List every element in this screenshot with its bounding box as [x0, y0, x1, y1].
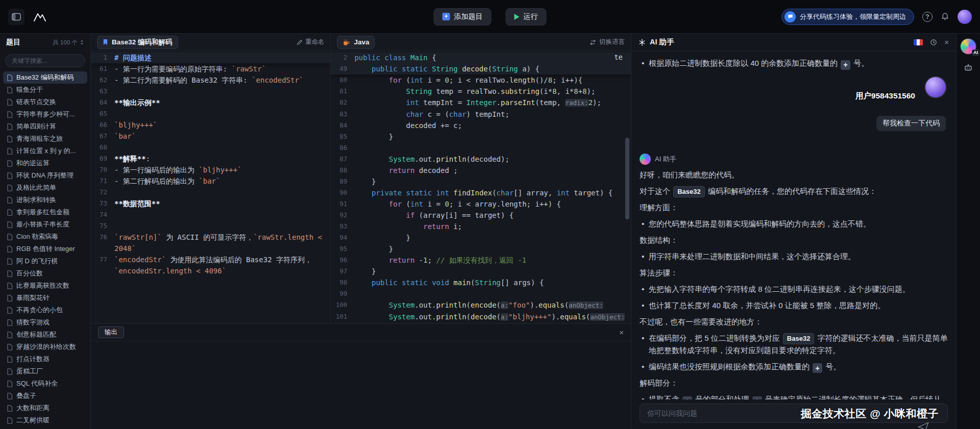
editor-line: 90 private static int findIndex(char[] a… — [331, 187, 631, 198]
send-icon[interactable] — [917, 421, 929, 429]
sidebar-item[interactable]: 不再贪心的小包 — [3, 304, 87, 316]
ai-question-input[interactable] — [640, 403, 948, 423]
sidebar-item[interactable]: 穿越沙漠的补给次数 — [3, 341, 87, 353]
sidebar-item[interactable]: 叠盘子 — [3, 390, 87, 402]
sidebar-item[interactable]: 青海湖租车之旅 — [3, 133, 87, 145]
line-text: char c = (char) tempInt; — [354, 109, 631, 120]
user-avatar[interactable] — [925, 77, 946, 97]
close-icon[interactable]: × — [944, 38, 949, 46]
add-problem-label: 添加题目 — [454, 12, 483, 21]
run-button[interactable]: 运行 — [506, 8, 547, 26]
document-icon — [7, 393, 13, 399]
document-icon — [7, 148, 13, 155]
line-number: 65 — [91, 108, 114, 119]
line-text: String temp = realTwo.substring(i*8, i*8… — [354, 86, 631, 97]
document-icon — [7, 74, 13, 81]
editor-line: 76`rawStr[n]` 为 ASCII 的可显示字符，`rawStr.len… — [91, 232, 330, 254]
sidebar-item[interactable]: 猫鱼分干 — [3, 84, 87, 96]
problem-title-chip[interactable]: Base32 编码和解码 — [97, 36, 178, 49]
sidebar-item[interactable]: 暴雨梨花针 — [3, 292, 87, 304]
editor-line: 100 System.out.println(encode(a:"foo").e… — [331, 299, 631, 311]
notification-bell-icon[interactable] — [941, 12, 949, 21]
ai-message-header: AI 助手 — [640, 154, 948, 165]
sidebar-item[interactable]: Base32 编码和解码 — [3, 71, 87, 84]
sidebar-item[interactable]: 进制求和转换 — [3, 194, 87, 206]
line-text: int tempInt = Integer.parseInt(temp, rad… — [354, 97, 631, 109]
scrollbar-thumb[interactable] — [625, 138, 629, 219]
pencil-icon — [297, 39, 303, 45]
sidebar-item[interactable]: 和的逆运算 — [3, 157, 87, 169]
search-input[interactable] — [5, 54, 85, 67]
line-text — [114, 187, 330, 198]
sidebar-item[interactable]: RGB 色值转 Integer — [3, 243, 87, 255]
sidebar-item[interactable]: 阿 D 的飞行棋 — [3, 255, 87, 267]
sidebar-item[interactable]: 链表节点交换 — [3, 96, 87, 108]
line-number: 84 — [331, 120, 354, 131]
line-number: 92 — [331, 210, 354, 221]
sidebar-item[interactable]: 字符串有多少种可... — [3, 108, 87, 120]
code-lines: 80 for (int i = 0; i < realTwo.length()/… — [331, 74, 631, 323]
sidebar-item[interactable]: 猜数字游戏 — [3, 316, 87, 329]
app-logo[interactable] — [33, 11, 47, 22]
line-text — [114, 220, 330, 232]
problem-count-text: 共 100 个 — [53, 39, 78, 46]
sidebar-item-label: 计算位置 x 到 y 的... — [16, 146, 76, 156]
sidebar-item[interactable]: 比赛最高获胜次数 — [3, 280, 87, 292]
sidebar-item[interactable]: 及格比此简单 — [3, 182, 87, 194]
chat-area[interactable]: 根据原始二进制数据长度除以 40 的余数添加正确数量的 + 号。 帮我检查一下代… — [631, 51, 956, 399]
switch-language-button[interactable]: 切换语言 — [589, 38, 625, 46]
description-editor[interactable]: 1# 问题描述 61- 第一行为需要编码的原始字符串: `rawStr`62- … — [91, 51, 330, 323]
editor-line: 89 } — [331, 176, 631, 187]
assistant-robot-icon[interactable] — [964, 63, 973, 72]
tab-java[interactable]: Java — [337, 36, 375, 49]
ai-paragraph: 好呀，咱们来瞧瞧您的代码。 — [640, 169, 948, 181]
sidebar-item-label: 叠盘子 — [16, 391, 36, 400]
line-text: public static String decode(String a) { — [354, 63, 631, 74]
line-number: 72 — [91, 187, 114, 198]
sidebar-item-label: 大数和距离 — [16, 403, 50, 413]
sidebar-toggle-button[interactable] — [8, 9, 24, 25]
ai-plugin-icon[interactable]: AI — [961, 39, 976, 54]
line-number: 74 — [91, 209, 114, 220]
sidebar-item[interactable]: 简单四则计算 — [3, 120, 87, 133]
sidebar-item-label: 环状 DNA 序列整理 — [16, 171, 74, 180]
center-column: Base32 编码和解码 重命名 1# 问题描述 61- 第一行为需要编码的原始… — [91, 34, 631, 429]
editor-line: 98 public static void main(String[] args… — [331, 277, 631, 288]
line-number: 75 — [91, 220, 114, 232]
java-icon — [342, 39, 350, 46]
translate-flag-icon[interactable] — [914, 39, 923, 45]
code-editor[interactable]: te 2public class Main {49 public static … — [331, 51, 631, 323]
sidebar-item[interactable]: Cion 勒索病毒 — [3, 231, 87, 243]
sidebar-item[interactable]: 蛋糕工厂 — [3, 365, 87, 377]
share-banner[interactable]: 分享代码练习体验，领限量定制周边 — [781, 9, 914, 25]
sidebar-item[interactable]: 百分位数 — [3, 267, 87, 280]
rename-button[interactable]: 重命名 — [297, 38, 325, 46]
sidebar-item[interactable]: 拿到最多红包金额 — [3, 206, 87, 218]
ai-bullet: 也计算了总长度对 40 取余，并尝试补 0 让能被 5 整除，思路是对的。 — [640, 299, 948, 312]
history-icon[interactable] — [930, 39, 937, 46]
code-editor-panel: Java 切换语言 te 2public class Main {49 publ… — [331, 34, 631, 323]
add-problem-button[interactable]: + 添加题目 — [434, 8, 492, 26]
sidebar-item[interactable]: 最小替换子串长度 — [3, 218, 87, 231]
output-tab[interactable]: 输出 — [98, 326, 124, 338]
user-avatar[interactable] — [958, 10, 972, 24]
document-icon — [7, 283, 13, 289]
sidebar-item[interactable]: 打点计数器 — [3, 353, 87, 365]
editor-line: 75 — [91, 220, 330, 232]
sidebar-item[interactable]: 计算位置 x 到 y 的... — [3, 145, 87, 157]
close-icon[interactable]: × — [619, 329, 624, 336]
line-number: 95 — [331, 243, 354, 255]
sidebar-item[interactable]: 二叉树供暖 — [3, 414, 87, 426]
sidebar-item[interactable]: SQL 代码补全 — [3, 377, 87, 390]
output-panel: 输出 × — [91, 323, 631, 429]
help-icon[interactable]: ? — [922, 12, 933, 22]
sort-icon[interactable] — [80, 40, 84, 45]
sidebar-item[interactable]: 大数和距离 — [3, 402, 87, 414]
line-number: 61 — [91, 63, 114, 74]
sidebar-item-label: 创意标题匹配 — [16, 330, 56, 339]
tab-java-label: Java — [354, 38, 369, 46]
sidebar-item[interactable]: 创意标题匹配 — [3, 329, 87, 341]
line-text: **输出示例** — [114, 97, 330, 108]
sidebar-item[interactable]: 环状 DNA 序列整理 — [3, 169, 87, 182]
document-icon — [7, 319, 13, 326]
